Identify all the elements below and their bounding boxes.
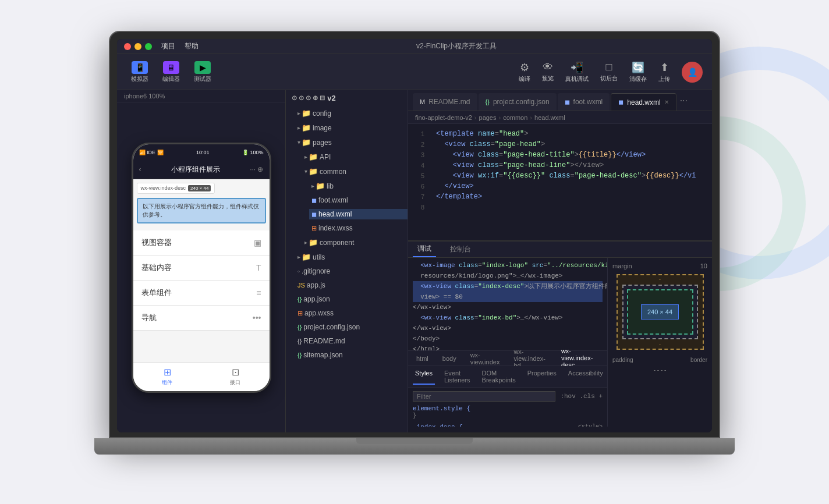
chevron-component	[304, 239, 307, 246]
file-app-js[interactable]: JS app.js	[286, 278, 408, 292]
nav-api[interactable]: ⊡ 接口	[230, 367, 240, 386]
folder-utils[interactable]: 📁 utils	[286, 250, 408, 264]
highlighted-area: 以下用展示小程序官方组件能力，组件样式仅供参考。	[137, 198, 266, 223]
line-numbers: 1 2 3 4 5 6 7 8	[408, 124, 429, 240]
el-tab-wx-view-index[interactable]: wx-view.index	[467, 350, 504, 367]
preview-label: 预览	[542, 74, 554, 83]
compile-label: 编译	[519, 75, 530, 83]
file-gitignore-label: .gitignore	[302, 267, 330, 275]
list-item-3[interactable]: 导航 •••	[133, 306, 270, 331]
screen-inner: 项目 帮助 v2-FinClip小程序开发工具 📱 模拟器 🖥 编辑器	[117, 39, 712, 432]
tab-project-config[interactable]: {} project.config.json	[479, 93, 557, 111]
file-project-config[interactable]: {} project.config.json	[286, 320, 408, 334]
action-clear[interactable]: 🔄 清缓存	[629, 61, 647, 83]
style-tab-styles[interactable]: Styles	[413, 368, 435, 385]
bottom-tab-console[interactable]: 控制台	[445, 242, 476, 257]
btn-test[interactable]: ▶ 测试器	[189, 59, 216, 86]
code-content[interactable]: <template name="head"> <view class="page…	[429, 124, 712, 240]
style-source-index-desc: <style>	[578, 424, 603, 427]
main-content: iphone6 100% 📶 IDE 🛜 10:01 🔋 100% ‹	[117, 90, 712, 432]
tab-close-icon[interactable]: ✕	[664, 99, 669, 105]
folder-icon-utils: 📁	[302, 253, 311, 261]
devtools-left: <wx-image class="index-logo" src="../res…	[408, 258, 607, 427]
file-tree: ⊙ ⊙ ⊙ ⊕ ⊟ v2 📁 config	[286, 90, 408, 432]
btn-tablet[interactable]: 🖥 编辑器	[158, 59, 185, 86]
line-num-8: 8	[408, 202, 429, 212]
folder-component[interactable]: 📁 component	[286, 235, 408, 250]
style-selector-element: element.style {	[413, 405, 470, 412]
folder-config[interactable]: 📁 config	[286, 106, 408, 120]
box-model-diagram: - - 240 × 44	[617, 274, 704, 350]
file-readme[interactable]: {} README.md	[286, 334, 408, 348]
tab-foot-wxml[interactable]: ◼ foot.wxml	[558, 93, 610, 111]
code-line-6: </view>	[436, 181, 705, 191]
box-labels-row: padding border	[612, 357, 707, 363]
tab-readme[interactable]: M README.md	[413, 93, 477, 111]
file-head-wxml[interactable]: ◼ head.wxml	[286, 207, 408, 221]
breadcrumb: fino-applet-demo-v2 › pages › common › h…	[408, 111, 712, 124]
bottom-tab-debug[interactable]: 调试	[413, 242, 436, 257]
code-editor[interactable]: 1 2 3 4 5 6 7 8 <template name="head">	[408, 124, 712, 240]
dom-line-6: </wx-view>	[413, 323, 603, 333]
nav-components[interactable]: ⊞ 组件	[162, 367, 172, 386]
el-tab-html[interactable]: html	[413, 354, 432, 363]
tab-more-icon[interactable]: ···	[680, 95, 688, 106]
folder-icon-lib: 📁	[316, 182, 325, 190]
list-text-0: 视图容器	[141, 237, 172, 248]
folder-common-label: common	[320, 168, 346, 176]
dom-line-2[interactable]: <wx-view class="index-desc">以下用展示小程序官方组件…	[413, 281, 603, 292]
close-button[interactable]	[124, 43, 131, 50]
code-line-4: <view class="page-head-line"></view>	[436, 160, 705, 171]
folder-image[interactable]: 📁 image	[286, 120, 408, 135]
minimize-button[interactable]	[134, 43, 141, 50]
menu-item-project[interactable]: 项目	[161, 41, 175, 51]
phone-title-bar: ‹ 小程序组件展示 ··· ⊕	[133, 161, 270, 179]
dom-line-5: <wx-view class="index-bd">_</wx-view>	[413, 313, 603, 323]
list-item-0[interactable]: 视图容器 ▣	[133, 230, 270, 255]
style-tab-events[interactable]: Event Listeners	[442, 368, 473, 385]
window-controls	[124, 43, 152, 50]
action-cut[interactable]: □ 切后台	[600, 61, 618, 83]
avatar[interactable]: 👤	[682, 62, 703, 83]
folder-lib[interactable]: 📁 lib	[286, 179, 408, 193]
style-tab-props[interactable]: Properties	[525, 368, 559, 385]
folder-common[interactable]: 📁 common	[286, 164, 408, 179]
margin-label: margin	[612, 262, 632, 269]
action-compile[interactable]: ⚙ 编译	[519, 61, 530, 83]
style-tab-access[interactable]: Accessibility	[566, 368, 605, 385]
action-preview[interactable]: 👁 预览	[542, 61, 554, 83]
file-index-wxss[interactable]: ⊞ index.wxss	[286, 221, 408, 235]
phone-status-bar: 📶 IDE 🛜 10:01 🔋 100%	[133, 144, 270, 161]
folder-api[interactable]: 📁 API	[286, 150, 408, 164]
el-tab-body[interactable]: body	[439, 354, 460, 363]
margin-bottom-label: -	[659, 342, 661, 347]
breadcrumb-sep-1: ›	[499, 114, 501, 121]
phone-device: 📶 IDE 🛜 10:01 🔋 100% ‹ 小程序组件展示 ··· ⊕	[132, 143, 271, 393]
list-item-1[interactable]: 基础内容 T	[133, 255, 270, 281]
file-app-wxss[interactable]: ⊞ app.wxss	[286, 306, 408, 320]
folder-pages[interactable]: 📁 pages	[286, 135, 408, 150]
maximize-button[interactable]	[145, 43, 152, 50]
file-foot-wxml[interactable]: ◼ foot.wxml	[286, 193, 408, 207]
file-app-json[interactable]: {} app.json	[286, 292, 408, 306]
menu-item-help[interactable]: 帮助	[185, 41, 199, 51]
element-class: wx-view.index-desc	[141, 185, 186, 191]
list-text-2: 表单组件	[141, 288, 172, 298]
tab-readme-icon: M	[420, 98, 425, 105]
folder-icon-api: 📁	[309, 152, 318, 161]
file-project-config-label: project.config.json	[303, 323, 360, 331]
file-app-wxss-label: app.wxss	[304, 309, 334, 317]
action-device-debug[interactable]: 📲 真机调试	[565, 61, 589, 83]
action-upload[interactable]: ⬆ 上传	[658, 61, 670, 83]
list-item-2[interactable]: 表单组件 ≡	[133, 281, 270, 306]
tab-head-wxml[interactable]: ◼ head.wxml ✕	[611, 93, 676, 111]
file-sitemap[interactable]: {} sitemap.json	[286, 348, 408, 362]
file-gitignore[interactable]: ◦ .gitignore	[286, 264, 408, 278]
style-filter-input[interactable]	[413, 391, 555, 402]
file-app-json-label: app.json	[303, 295, 330, 303]
btn-mobile[interactable]: 📱 模拟器	[126, 59, 153, 86]
bottom-panel: 调试 控制台 <wx-image class="index-logo" src=…	[408, 240, 712, 427]
style-tab-dom-bp[interactable]: DOM Breakpoints	[480, 368, 518, 385]
cut-label: 切后台	[600, 74, 618, 83]
mobile-label: 模拟器	[131, 75, 148, 83]
